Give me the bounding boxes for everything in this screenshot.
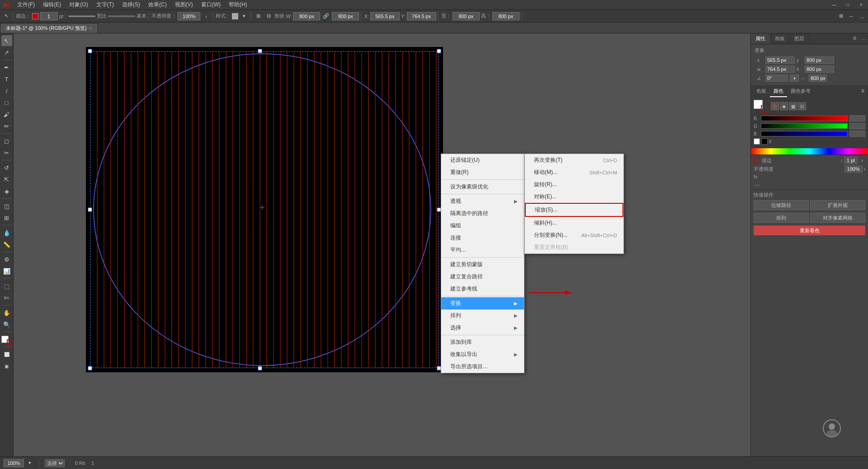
ctx-undo[interactable]: 还原锚定(U) xyxy=(441,154,524,166)
quick-action-align-grid[interactable]: 对齐像素网格 xyxy=(810,213,865,223)
toolbar-select-btn[interactable]: ↖ xyxy=(2,12,11,21)
ctx-add-library[interactable]: 添加到库 xyxy=(441,336,524,348)
toolbar-w-input[interactable] xyxy=(293,12,320,20)
toolbar-style-color[interactable] xyxy=(232,13,238,19)
panel-tab-layers[interactable]: 图层 xyxy=(790,33,809,44)
ctx-join[interactable]: 连接 xyxy=(441,232,524,244)
toolbar-align-preview[interactable] xyxy=(108,15,135,17)
panel-tab-artboard[interactable]: 画板 xyxy=(770,33,790,44)
tab-main[interactable]: 未标题-1* @ 100% (RGB/GPU 预览) × xyxy=(0,23,98,33)
tool-color-indicator[interactable] xyxy=(1,336,12,345)
toolbar-y-input[interactable] xyxy=(407,12,436,20)
menu-file[interactable]: 文件(F) xyxy=(14,0,38,9)
tool-text[interactable]: T xyxy=(1,74,12,84)
ctx-pixel-opt[interactable]: 设为像素级优化 xyxy=(441,181,524,193)
sub-move[interactable]: 移动(M)... Shift+Ctrl+M xyxy=(525,166,623,178)
opacity-input[interactable] xyxy=(844,165,863,173)
tool-gradient[interactable]: ◫ xyxy=(1,201,12,211)
tool-shape[interactable]: □ xyxy=(1,97,12,108)
tool-hand[interactable]: ✋ xyxy=(1,307,12,318)
transform-shear-input[interactable] xyxy=(809,75,827,82)
menu-select[interactable]: 选择(S) xyxy=(118,0,144,9)
toolbar-icon3[interactable]: … xyxy=(857,12,866,21)
tool-screen-mode[interactable]: ▣ xyxy=(1,361,12,371)
menu-edit[interactable]: 编辑(E) xyxy=(39,0,65,9)
toolbar-stroke-width[interactable] xyxy=(40,12,58,20)
r-slider[interactable] xyxy=(761,116,848,121)
ctx-isolate[interactable]: 隔离选中的路径 xyxy=(441,207,524,220)
panel-icon1[interactable]: … xyxy=(754,180,761,188)
stroke-expand-btn[interactable]: › xyxy=(859,157,865,164)
tool-eyedropper[interactable]: 💧 xyxy=(1,227,12,238)
transform-angle-input[interactable] xyxy=(765,75,788,82)
transform-y-input[interactable] xyxy=(805,56,834,64)
sub-transform-each[interactable]: 分别变换(N)... Alt+Shift+Ctrl+D xyxy=(525,229,623,241)
color-tab-swatches[interactable]: 色板 xyxy=(753,86,770,97)
tool-mesh[interactable]: ⊞ xyxy=(1,212,12,223)
ctx-clip[interactable]: 建立剪切蒙版 xyxy=(441,258,524,271)
r-value[interactable] xyxy=(849,115,865,122)
quick-action-arrange[interactable]: 排列 xyxy=(754,213,809,223)
tool-pencil[interactable]: ✏ xyxy=(1,121,12,131)
tool-measure[interactable]: 📏 xyxy=(1,239,12,250)
ctx-export[interactable]: 导出所选项目... xyxy=(441,361,524,373)
opacity-expand-btn[interactable]: › xyxy=(864,167,865,172)
panel-expand-icon[interactable]: … xyxy=(860,34,867,42)
ctx-guide[interactable]: 建立参考线 xyxy=(441,283,524,295)
toolbar-link-btn[interactable]: 🔗 xyxy=(321,12,330,21)
sub-scale[interactable]: 缩放(S)... xyxy=(525,203,623,217)
sub-reset-bbox[interactable]: 重置定界框(B) xyxy=(525,241,623,253)
none-color-btn[interactable]: ⊘ xyxy=(771,102,779,110)
transform-h-input[interactable] xyxy=(805,66,834,73)
tool-select[interactable]: ↖ xyxy=(1,35,12,46)
zoom-input[interactable] xyxy=(4,459,24,467)
sub-shear[interactable]: 倾斜(H)... xyxy=(525,217,623,229)
toolbar-width-input[interactable] xyxy=(453,12,480,20)
toolbar-grid-btn[interactable]: ⊟ xyxy=(264,12,273,21)
g-value[interactable] xyxy=(849,123,865,129)
hex-color-swatch-black[interactable] xyxy=(761,138,768,145)
ctx-collect-export[interactable]: 收集以导出 ▶ xyxy=(441,348,524,361)
toolbar-icon2[interactable]: ↔ xyxy=(847,12,856,21)
toolbar-x-input[interactable] xyxy=(370,12,400,20)
toolbar-h-input[interactable] xyxy=(332,12,359,20)
ctx-compound[interactable]: 建立复合路径 xyxy=(441,271,524,283)
tool-scale[interactable]: ⇱ xyxy=(1,174,12,185)
quick-action-recolor[interactable]: 重新着色 xyxy=(754,225,865,235)
g-slider[interactable] xyxy=(761,123,848,129)
quick-action-shift-path[interactable]: 位移路径 xyxy=(754,200,809,210)
toolbar-opacity-expand[interactable]: › xyxy=(202,12,211,21)
gradient-btn[interactable]: ▦ xyxy=(789,102,797,110)
tool-mode-toggle[interactable]: ⬜ xyxy=(1,349,12,360)
ctx-group[interactable]: 编组 xyxy=(441,220,524,232)
stroke-indicator[interactable] xyxy=(754,157,760,164)
menu-effect[interactable]: 效果(C) xyxy=(145,0,170,9)
tool-symbol[interactable]: ⚙ xyxy=(1,254,12,265)
ctx-redo[interactable]: 重做(R) xyxy=(441,166,524,178)
ctx-arrange[interactable]: 排列 ▶ xyxy=(441,310,524,322)
maximize-button[interactable]: □ xyxy=(841,0,854,10)
ctx-average[interactable]: 平均... xyxy=(441,244,524,256)
ctx-select[interactable]: 选择 ▶ xyxy=(441,322,524,334)
tool-paintbrush[interactable]: 🖌 xyxy=(1,109,12,120)
panel-tab-properties[interactable]: 属性 xyxy=(751,33,770,44)
menu-object[interactable]: 对象(O) xyxy=(66,0,91,9)
hex-color-swatch[interactable] xyxy=(754,138,760,145)
status-artboard-select[interactable]: 选择 xyxy=(45,459,65,467)
menu-view[interactable]: 视图(V) xyxy=(171,0,197,9)
toolbar-opacity-input[interactable] xyxy=(178,12,200,20)
menu-help[interactable]: 帮助(H) xyxy=(225,0,251,9)
sub-transform-again[interactable]: 再次变换(T) Ctrl+D xyxy=(525,154,623,166)
panel-settings-icon[interactable]: ⚙ xyxy=(851,34,858,42)
floating-avatar[interactable] xyxy=(823,419,845,442)
transform-angle-expand[interactable]: ▾ xyxy=(790,75,799,82)
transform-w-input[interactable] xyxy=(765,66,795,73)
zoom-dropdown-btn[interactable]: ▾ xyxy=(25,459,34,468)
color-tab-color[interactable]: 颜色 xyxy=(770,86,787,97)
avatar-circle[interactable] xyxy=(823,419,841,437)
tool-direct-select[interactable]: ↗ xyxy=(1,47,12,58)
tool-slice[interactable]: ✄ xyxy=(1,292,12,303)
toolbar-height-input[interactable] xyxy=(492,12,519,20)
color-gradient-bar[interactable] xyxy=(751,148,868,155)
close-button[interactable]: × xyxy=(854,0,868,10)
